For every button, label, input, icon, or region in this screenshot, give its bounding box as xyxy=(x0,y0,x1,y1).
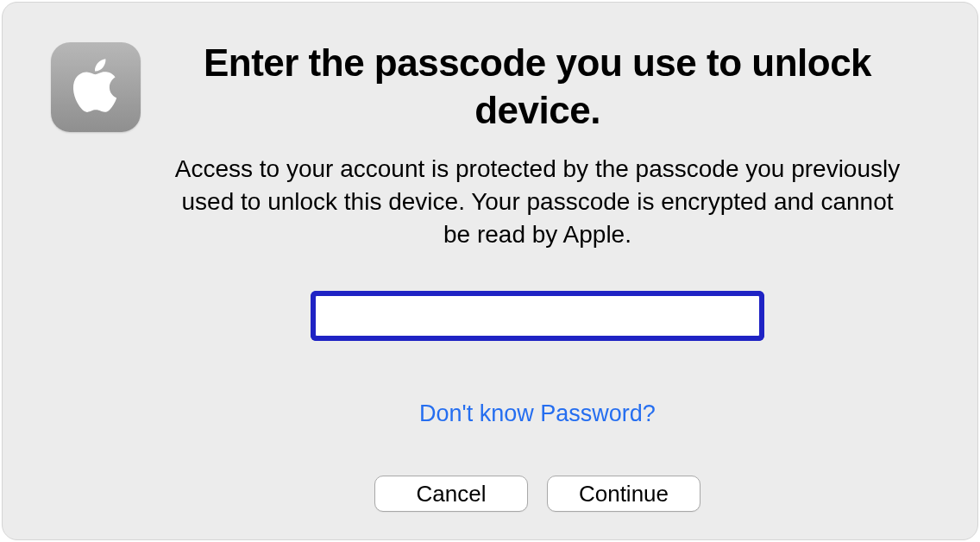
dont-know-password-link[interactable]: Don't know Password? xyxy=(419,400,656,427)
passcode-dialog: Enter the passcode you use to unlock dev… xyxy=(2,2,978,540)
passcode-input[interactable] xyxy=(315,295,760,337)
dialog-button-row: Cancel Continue xyxy=(374,476,700,512)
cancel-button[interactable]: Cancel xyxy=(374,476,528,512)
apple-logo-badge xyxy=(51,42,141,132)
passcode-input-wrap xyxy=(315,295,760,337)
dialog-subtitle: Access to your account is protected by t… xyxy=(166,153,908,250)
dialog-content: Enter the passcode you use to unlock dev… xyxy=(141,41,934,505)
continue-button[interactable]: Continue xyxy=(547,476,700,512)
dialog-title: Enter the passcode you use to unlock dev… xyxy=(149,39,926,134)
apple-logo-icon xyxy=(69,54,122,121)
dialog-icon-column xyxy=(46,41,141,505)
